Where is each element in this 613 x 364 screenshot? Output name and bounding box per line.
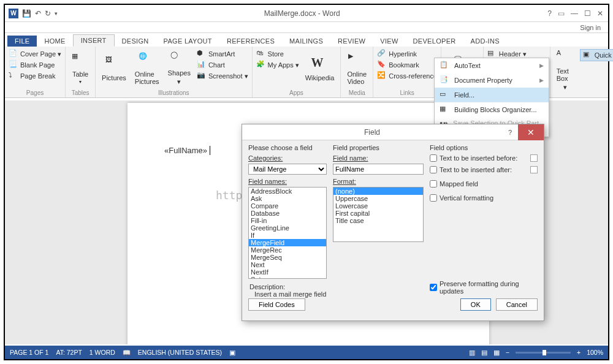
screenshot-button[interactable]: 📷Screenshot ▾ xyxy=(197,71,248,81)
wikipedia-button[interactable]: WWikipedia xyxy=(303,48,337,89)
myapps-button[interactable]: 🧩My Apps ▾ xyxy=(256,60,299,70)
macro-icon[interactable]: ▣ xyxy=(229,349,235,356)
page-break-button[interactable]: ⤵Page Break xyxy=(9,71,61,81)
group-apps-label: Apps xyxy=(256,89,337,96)
tab-insert[interactable]: INSERT xyxy=(73,34,115,47)
web-layout-icon[interactable]: ▦ xyxy=(493,349,500,356)
before-checkbox[interactable] xyxy=(430,154,437,162)
fieldname-item[interactable]: Set xyxy=(249,276,326,279)
maximize-icon[interactable]: ☐ xyxy=(584,9,591,18)
fieldname-item[interactable]: Next xyxy=(249,261,326,268)
undo-icon[interactable]: ↶ xyxy=(35,9,41,18)
signin-link[interactable]: Sign in xyxy=(5,22,608,33)
format-item[interactable]: Title case xyxy=(333,217,423,224)
menu-field[interactable]: ▭Field... xyxy=(435,88,549,102)
tab-pagelayout[interactable]: PAGE LAYOUT xyxy=(156,36,219,47)
qat-customize-icon[interactable]: ▾ xyxy=(55,10,58,17)
textbox-button[interactable]: AText Box▾ xyxy=(554,48,576,93)
minimize-icon[interactable]: — xyxy=(571,9,578,18)
field-codes-button[interactable]: Field Codes xyxy=(248,298,305,311)
tab-addins[interactable]: ADD-INS xyxy=(463,36,507,47)
table-button[interactable]: ▦ Table▾ xyxy=(69,48,91,89)
status-language[interactable]: ENGLISH (UNITED STATES) xyxy=(138,349,222,356)
crossref-button[interactable]: 🔀Cross-reference xyxy=(377,71,437,81)
bookmark-button[interactable]: 🔖Bookmark xyxy=(377,60,437,70)
zoom-out-icon[interactable]: − xyxy=(506,349,509,356)
tab-mailings[interactable]: MAILINGS xyxy=(282,36,330,47)
fieldname-item[interactable]: If xyxy=(249,232,326,239)
menu-document-property[interactable]: 📑Document Property▶ xyxy=(435,73,549,88)
fieldname-item[interactable]: NextIf xyxy=(249,268,326,276)
format-item[interactable]: First capital xyxy=(333,210,423,217)
dialog-help-icon[interactable]: ? xyxy=(502,129,518,136)
fieldname-item[interactable]: Compare xyxy=(249,202,326,210)
after-checkbox[interactable] xyxy=(430,166,437,173)
tab-view[interactable]: VIEW xyxy=(373,36,405,47)
format-item[interactable]: Uppercase xyxy=(333,195,423,202)
proof-icon[interactable]: 📖 xyxy=(123,349,131,357)
save-icon[interactable]: 💾 xyxy=(22,9,31,18)
dialog-close-button[interactable]: ✕ xyxy=(518,124,544,140)
close-icon[interactable]: ✕ xyxy=(597,9,603,18)
tab-developer[interactable]: DEVELOPER xyxy=(406,36,463,47)
format-item[interactable]: Lowercase xyxy=(333,202,423,210)
redo-icon[interactable]: ↻ xyxy=(45,9,51,18)
tab-review[interactable]: REVIEW xyxy=(330,36,373,47)
fieldname-item[interactable]: GreetingLine xyxy=(249,224,326,232)
tab-home[interactable]: HOME xyxy=(37,36,72,47)
format-item[interactable]: (none) xyxy=(333,188,423,195)
smartart-button[interactable]: ⬢SmartArt xyxy=(197,49,248,59)
fieldname-item[interactable]: MergeSeq xyxy=(249,254,326,261)
ok-button[interactable]: OK xyxy=(460,298,491,311)
store-button[interactable]: 🛍Store xyxy=(256,49,299,59)
ribbon-collapse-icon[interactable]: ▭ xyxy=(558,9,565,18)
fieldname-item[interactable]: Database xyxy=(249,210,326,217)
menu-building-blocks[interactable]: ▦Building Blocks Organizer... xyxy=(435,102,549,117)
fieldname-input[interactable] xyxy=(333,164,424,175)
fieldname-item[interactable]: MergeField xyxy=(249,239,326,246)
blank-page-button[interactable]: 📃Blank Page xyxy=(9,60,61,70)
dialog-titlebar[interactable]: Field ? ✕ xyxy=(242,124,544,140)
print-layout-icon[interactable]: ▤ xyxy=(481,349,487,356)
online-pictures-button[interactable]: 🌐Online Pictures xyxy=(132,48,162,89)
cancel-button[interactable]: Cancel xyxy=(496,298,538,311)
online-video-button[interactable]: ▶Online Video xyxy=(345,48,369,89)
pictures-button[interactable]: 🖼Pictures xyxy=(99,48,129,89)
tab-references[interactable]: REFERENCES xyxy=(219,36,282,47)
fieldname-item[interactable]: Fill-in xyxy=(249,217,326,224)
group-pages-label: Pages xyxy=(9,89,61,96)
help-icon[interactable]: ? xyxy=(547,9,552,18)
zoom-level[interactable]: 100% xyxy=(587,349,603,356)
status-page[interactable]: PAGE 1 OF 1 xyxy=(10,349,48,356)
tab-design[interactable]: DESIGN xyxy=(115,36,156,47)
zoom-slider[interactable] xyxy=(516,352,571,354)
format-listbox[interactable]: (none)UppercaseLowercaseFirst capitalTit… xyxy=(333,187,424,242)
fieldnames-listbox[interactable]: AddressBlockAskCompareDatabaseFill-inGre… xyxy=(248,187,327,279)
shapes-button[interactable]: ◯Shapes▾ xyxy=(166,48,193,89)
quick-parts-button[interactable]: ▣Quick Parts ▾ xyxy=(580,49,613,61)
mapped-checkbox[interactable] xyxy=(430,180,437,188)
tab-file[interactable]: FILE xyxy=(7,36,37,47)
status-words[interactable]: 1 WORD xyxy=(89,349,115,356)
menu-autotext[interactable]: 📋AutoText▶ xyxy=(435,58,549,73)
chart-button[interactable]: 📊Chart xyxy=(197,60,248,70)
blank-page-icon: 📃 xyxy=(9,60,18,70)
cover-page-button[interactable]: 📄Cover Page ▾ xyxy=(9,49,61,59)
after-input[interactable] xyxy=(530,166,538,173)
vertical-checkbox[interactable] xyxy=(430,194,437,202)
fieldname-item[interactable]: MergeRec xyxy=(249,246,326,254)
dialog-col-properties: Field properties Field name: Format: (no… xyxy=(333,144,424,295)
zoom-in-icon[interactable]: + xyxy=(577,349,581,356)
docprop-icon: 📑 xyxy=(440,75,449,85)
before-input[interactable] xyxy=(530,154,538,162)
fieldname-item[interactable]: AddressBlock xyxy=(249,188,326,195)
titlebar: W 💾 ↶ ↻ ▾ MailMerge.docx - Word ? ▭ — ☐ … xyxy=(5,5,608,22)
zoom-thumb[interactable] xyxy=(543,350,546,355)
read-mode-icon[interactable]: ▥ xyxy=(469,349,475,356)
preserve-checkbox[interactable] xyxy=(430,284,437,291)
categories-select[interactable]: Mail Merge xyxy=(248,164,327,175)
fieldname-item[interactable]: Ask xyxy=(249,195,326,202)
group-media: ▶Online Video Media xyxy=(341,47,373,97)
hyperlink-button[interactable]: 🔗Hyperlink xyxy=(377,49,437,59)
cover-page-icon: 📄 xyxy=(9,49,18,59)
